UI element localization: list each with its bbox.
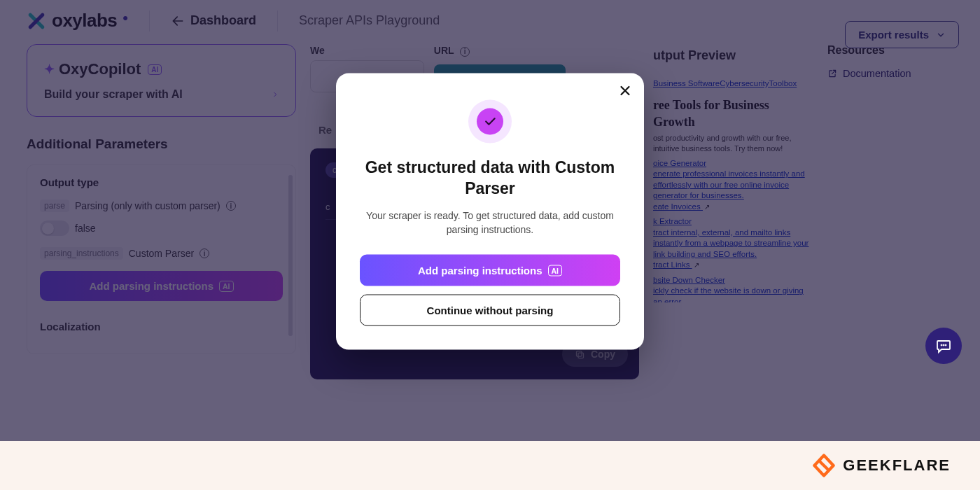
output-preview-box[interactable]: Business SoftwareCybersecurityToolbox re…	[653, 78, 813, 302]
divider	[277, 10, 278, 31]
svg-point-3	[943, 344, 944, 346]
page-title: Scraper APIs Playground	[299, 13, 440, 28]
preview-h1: ree Tools for Business Growth	[653, 97, 813, 131]
chevron-down-icon	[936, 30, 946, 40]
close-icon[interactable]	[617, 83, 633, 99]
parse-tag: parse	[40, 200, 69, 212]
localization-heading: Localization	[40, 321, 283, 332]
geekflare-mark-icon	[812, 454, 836, 477]
oxylabs-logo-icon	[27, 11, 46, 31]
export-label: Export results	[858, 29, 929, 41]
left-column: ✦ OxyCopilot AI Build your scraper with …	[27, 44, 296, 379]
geekflare-text: GEEKFLARE	[843, 456, 951, 475]
check-icon	[483, 115, 497, 129]
pi-tag: parsing_instructions	[40, 247, 123, 260]
ai-badge: AI	[148, 64, 162, 75]
svg-rect-1	[577, 351, 582, 356]
geekflare-logo[interactable]: GEEKFLARE	[812, 454, 951, 477]
app-frame: oxylabs• Dashboard Scraper APIs Playgrou…	[0, 0, 980, 441]
svg-rect-0	[578, 353, 584, 358]
oxycopilot-subtitle-row: Build your scraper with AI	[44, 88, 279, 101]
oxycopilot-title-row: ✦ OxyCopilot AI	[44, 60, 279, 78]
output-preview-title: utput Preview	[653, 48, 813, 63]
parse-value: false	[75, 223, 96, 234]
pi-label: Custom Parser	[129, 248, 194, 259]
info-icon[interactable]: i	[226, 201, 236, 211]
parse-toggle[interactable]	[40, 220, 69, 236]
footer-bar: GEEKFLARE	[0, 441, 980, 490]
output-preview-column: utput Preview Business SoftwareCybersecu…	[653, 44, 813, 379]
parse-label: Parsing (only with custom parser)	[75, 200, 220, 211]
item-desc[interactable]: ickly check if the website is down or gi…	[653, 286, 804, 302]
info-icon[interactable]: i	[460, 47, 470, 57]
additional-params-heading: Additional Parameters	[27, 136, 296, 152]
back-label: Dashboard	[190, 13, 256, 28]
item-name[interactable]: bsite Down Checker	[653, 276, 725, 284]
divider	[149, 10, 150, 31]
chat-fab[interactable]	[925, 328, 962, 364]
documentation-label: Documentation	[843, 68, 911, 79]
preview-sub: ost productivity and growth with our fre…	[653, 133, 813, 154]
preview-item: oice Generator enerate professional invo…	[653, 158, 813, 213]
chevron-right-icon	[272, 90, 279, 99]
parse-param-row: parse Parsing (only with custom parser) …	[40, 200, 283, 212]
info-icon[interactable]: i	[200, 248, 209, 258]
preview-item: bsite Down Checker ickly check if the we…	[653, 275, 813, 302]
item-desc[interactable]: tract internal, external, and mailto lin…	[653, 228, 808, 258]
parsing-instructions-row: parsing_instructions Custom Parser i	[40, 247, 283, 260]
output-type-label: Output type	[40, 176, 283, 188]
custom-parser-modal: Get structured data with Custom Parser Y…	[336, 74, 644, 350]
preview-nav-links[interactable]: Business SoftwareCybersecurityToolbox	[653, 79, 797, 88]
modal-secondary-label: Continue without parsing	[427, 304, 554, 316]
brand-logo[interactable]: oxylabs•	[27, 10, 128, 31]
modal-description: Your scraper is ready. To get structured…	[360, 209, 620, 237]
target-label: We	[310, 45, 325, 56]
params-card: Output type parse Parsing (only with cus…	[27, 164, 296, 354]
sparkle-icon: ✦	[44, 62, 55, 77]
copy-icon	[575, 349, 585, 360]
tab-request[interactable]: Re	[314, 117, 336, 143]
documentation-link[interactable]: Documentation	[827, 68, 953, 79]
arrow-left-icon	[171, 14, 185, 28]
oxycopilot-title: OxyCopilot	[59, 60, 141, 78]
modal-primary-label: Add parsing instructions	[418, 265, 542, 276]
chat-icon	[935, 337, 952, 354]
right-column: utput Preview Business SoftwareCybersecu…	[653, 44, 953, 379]
export-results-button[interactable]: Export results	[845, 21, 959, 48]
copy-label: Copy	[591, 349, 615, 360]
url-label: URL	[434, 45, 454, 56]
svg-point-4	[945, 344, 946, 346]
item-cta[interactable]: tract Links	[653, 260, 692, 269]
ai-badge-small: AI	[548, 265, 563, 276]
parse-toggle-row: false	[40, 220, 283, 236]
brand-dot: •	[122, 9, 128, 27]
scrollbar[interactable]	[288, 175, 293, 336]
svg-point-2	[941, 344, 942, 346]
oxycopilot-card[interactable]: ✦ OxyCopilot AI Build your scraper with …	[27, 44, 296, 117]
item-desc[interactable]: enerate professional invoices instantly …	[653, 169, 805, 200]
add-parsing-instructions-button[interactable]: Add parsing instructions AI	[40, 271, 283, 301]
brand-name: oxylabs	[52, 10, 117, 31]
item-name[interactable]: k Extractor	[653, 217, 692, 225]
oxycopilot-subtitle: Build your scraper with AI	[44, 88, 183, 101]
add-pi-label: Add parsing instructions	[89, 280, 214, 292]
preview-item: k Extractor tract internal, external, an…	[653, 216, 813, 271]
back-to-dashboard[interactable]: Dashboard	[171, 13, 256, 28]
modal-add-parsing-button[interactable]: Add parsing instructions AI	[360, 255, 620, 286]
modal-continue-button[interactable]: Continue without parsing	[360, 295, 620, 326]
modal-title: Get structured data with Custom Parser	[360, 158, 620, 200]
topbar: oxylabs• Dashboard Scraper APIs Playgrou…	[0, 0, 980, 41]
ai-badge-small: AI	[219, 281, 234, 292]
success-badge	[468, 100, 512, 144]
item-name[interactable]: oice Generator	[653, 159, 706, 167]
item-cta[interactable]: eate Invoices	[653, 202, 703, 211]
external-link-icon	[827, 69, 837, 78]
